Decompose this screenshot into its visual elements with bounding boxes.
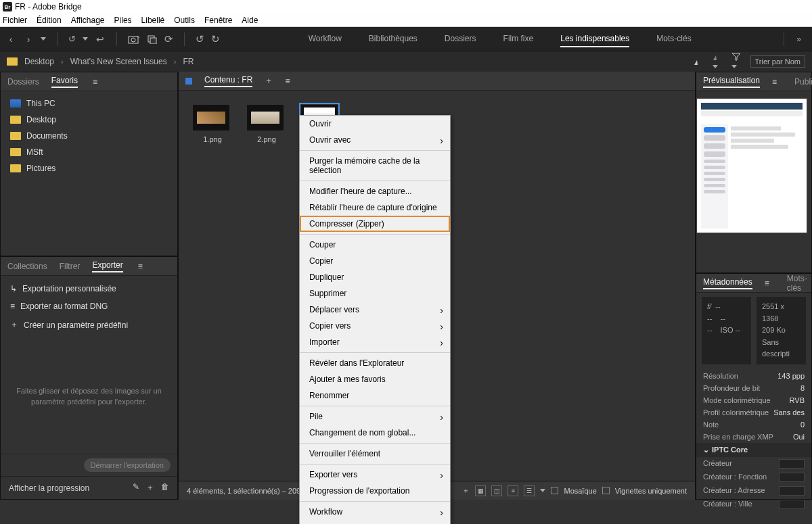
- add-icon[interactable]: ＋: [146, 482, 154, 494]
- context-menu-item[interactable]: Progression de l'exportation: [300, 483, 450, 499]
- export-custom[interactable]: ↳Exportation personnalisée: [1, 280, 177, 297]
- nav-dropdown-icon[interactable]: [41, 37, 46, 41]
- iptc-input[interactable]: [779, 473, 805, 482]
- preview-image[interactable]: [696, 98, 807, 233]
- export-create-preset[interactable]: ＋Créer un paramètre prédéfini: [1, 315, 177, 335]
- list-view-icon[interactable]: ≡: [508, 485, 518, 496]
- refresh-icon[interactable]: ⟳: [164, 33, 173, 45]
- thumbnail-item[interactable]: 1.png: [192, 104, 233, 143]
- thumbnail-item[interactable]: 2.png: [246, 104, 287, 143]
- iptc-input[interactable]: [779, 500, 805, 509]
- add-tab-icon[interactable]: ＋: [265, 75, 273, 87]
- context-menu-item[interactable]: Révéler dans l'Explorateur: [300, 355, 450, 371]
- context-menu-item[interactable]: Supprimer: [300, 285, 450, 302]
- filter-funnel-icon[interactable]: [731, 53, 741, 70]
- context-menu-item[interactable]: Renommer: [300, 387, 450, 404]
- export-dng[interactable]: ≡Exporter au format DNG: [1, 297, 177, 315]
- favorite-msft[interactable]: MSft: [1, 144, 177, 160]
- large-grid-icon[interactable]: ◫: [491, 485, 502, 496]
- tab-metadonnees[interactable]: Métadonnées: [703, 277, 752, 289]
- rotate-ccw-icon[interactable]: ↺: [196, 33, 204, 45]
- history-icon[interactable]: ↺: [68, 34, 76, 44]
- add-view-icon[interactable]: ＋: [462, 485, 470, 496]
- breadcrumb-seg1[interactable]: What's New Screen Issues: [70, 57, 167, 66]
- history-dropdown-icon[interactable]: [83, 37, 88, 41]
- grid-view-icon[interactable]: ▦: [475, 485, 486, 496]
- context-menu-item[interactable]: Copier vers: [300, 318, 450, 334]
- context-menu-item[interactable]: Ouvrir avec: [300, 132, 450, 148]
- breadcrumb-seg2[interactable]: FR: [183, 57, 194, 66]
- favorite-desktop[interactable]: Desktop: [1, 112, 177, 128]
- breadcrumb-desktop[interactable]: Desktop: [24, 57, 54, 66]
- menu-edition[interactable]: Édition: [37, 16, 62, 25]
- workspace-indispensables[interactable]: Les indispensables: [560, 31, 629, 47]
- context-menu-item[interactable]: Workflow: [300, 504, 450, 520]
- tab-favoris[interactable]: Favoris: [51, 76, 78, 88]
- trash-icon[interactable]: 🗑: [161, 482, 169, 494]
- show-progress-label[interactable]: Afficher la progression: [9, 483, 89, 493]
- menu-aide[interactable]: Aide: [242, 16, 258, 25]
- context-menu-item[interactable]: Progression du workflow: [300, 520, 450, 524]
- nav-back-icon[interactable]: ‹: [5, 34, 16, 45]
- thumbs-only-checkbox[interactable]: [602, 487, 610, 494]
- stack-icon[interactable]: [147, 34, 158, 44]
- content-tab[interactable]: Contenu : FR: [204, 75, 252, 87]
- tab-previsualisation[interactable]: Prévisualisation: [703, 76, 760, 88]
- iptc-section-header[interactable]: ⌄IPTC Core: [696, 443, 811, 457]
- context-menu-item[interactable]: Dupliquer: [300, 269, 450, 285]
- workspace-film-fixe[interactable]: Film fixe: [503, 31, 534, 47]
- menu-libelle[interactable]: Libellé: [141, 16, 165, 25]
- context-menu-item[interactable]: Verrouiller l'élément: [300, 446, 450, 462]
- workspace-mots-cles[interactable]: Mots-clés: [656, 31, 691, 47]
- tab-dossiers[interactable]: Dossiers: [7, 77, 39, 87]
- tab-collections[interactable]: Collections: [7, 262, 47, 271]
- context-menu-item[interactable]: Pile: [300, 408, 450, 425]
- workspace-dossiers[interactable]: Dossiers: [445, 31, 476, 47]
- iptc-input[interactable]: [779, 486, 805, 496]
- sort-button[interactable]: Trier par Nom: [750, 55, 805, 68]
- workspace-workflow[interactable]: Workflow: [309, 31, 342, 47]
- context-menu-item[interactable]: Déplacer vers: [300, 302, 450, 318]
- tab-exporter[interactable]: Exporter: [92, 260, 122, 272]
- panel-menu-icon[interactable]: ≡: [772, 77, 777, 87]
- panel-menu-icon[interactable]: ≡: [93, 77, 97, 87]
- tab-mots-cles[interactable]: Mots-clés: [787, 274, 807, 293]
- mosaic-checkbox[interactable]: [551, 487, 558, 494]
- menu-piles[interactable]: Piles: [114, 16, 132, 25]
- menu-outils[interactable]: Outils: [174, 16, 195, 25]
- context-menu-item[interactable]: Importer: [300, 334, 450, 350]
- menu-affichage[interactable]: Affichage: [71, 16, 105, 25]
- more-workspaces-icon[interactable]: »: [796, 34, 801, 44]
- context-menu-item[interactable]: Purger la mémoire cache de la sélection: [300, 153, 450, 178]
- context-menu-item[interactable]: Exporter vers: [300, 467, 450, 483]
- detail-view-icon[interactable]: ☰: [524, 485, 535, 496]
- favorite-this-pc[interactable]: This PC: [1, 95, 177, 112]
- panel-menu-icon[interactable]: ≡: [285, 76, 290, 86]
- context-menu-item[interactable]: Changement de nom global...: [300, 425, 450, 441]
- workspace-bibliotheques[interactable]: Bibliothèques: [369, 31, 418, 47]
- favorite-pictures[interactable]: Pictures: [1, 160, 177, 176]
- iptc-input[interactable]: [779, 459, 805, 469]
- context-menu-item[interactable]: Couper: [300, 237, 450, 253]
- menu-fichier[interactable]: Fichier: [3, 16, 27, 25]
- rotate-cw-icon[interactable]: ↻: [211, 33, 220, 45]
- camera-import-icon[interactable]: [128, 34, 140, 44]
- boomerang-icon[interactable]: ↩: [95, 34, 106, 45]
- context-menu-item[interactable]: Copier: [300, 253, 450, 269]
- nav-forward-icon[interactable]: ›: [23, 34, 34, 45]
- tab-filtrer[interactable]: Filtrer: [60, 262, 81, 271]
- pencil-icon[interactable]: ✎: [133, 482, 139, 494]
- context-menu-item[interactable]: Ajouter à mes favoris: [300, 371, 450, 387]
- context-menu-item[interactable]: Compresser (Zipper): [300, 216, 450, 232]
- panel-menu-icon[interactable]: ≡: [138, 262, 143, 271]
- view-dropdown-icon[interactable]: [540, 489, 545, 492]
- context-menu-item[interactable]: Ouvrir: [300, 116, 450, 132]
- rating-filter2-icon[interactable]: [713, 53, 722, 70]
- context-menu-item[interactable]: Rétablir l'heure de capture d'origine: [300, 199, 450, 216]
- panel-menu-icon[interactable]: ≡: [765, 279, 769, 288]
- context-menu-item[interactable]: Modifier l'heure de capture...: [300, 183, 450, 199]
- rating-filter-icon[interactable]: [694, 57, 703, 66]
- favorite-documents[interactable]: Documents: [1, 128, 177, 144]
- tab-publier[interactable]: Publier: [794, 77, 812, 87]
- menu-fenetre[interactable]: Fenêtre: [204, 16, 232, 25]
